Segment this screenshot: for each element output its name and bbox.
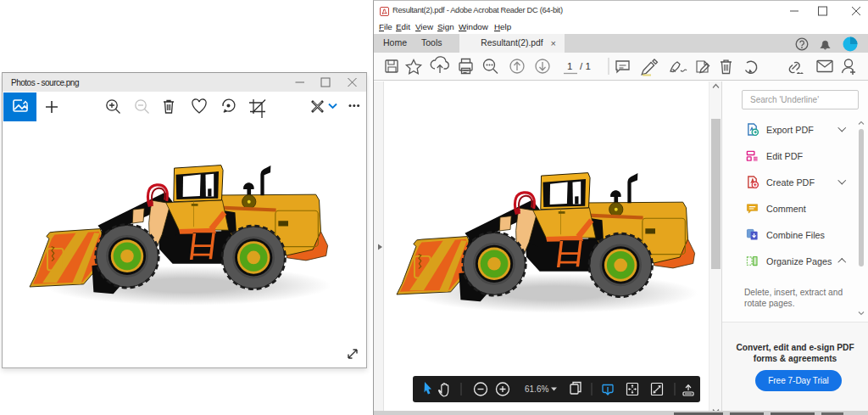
- svg-text:61.6%: 61.6%: [525, 384, 548, 394]
- svg-text:/ 1: / 1: [580, 61, 591, 71]
- svg-text:1: 1: [567, 61, 572, 71]
